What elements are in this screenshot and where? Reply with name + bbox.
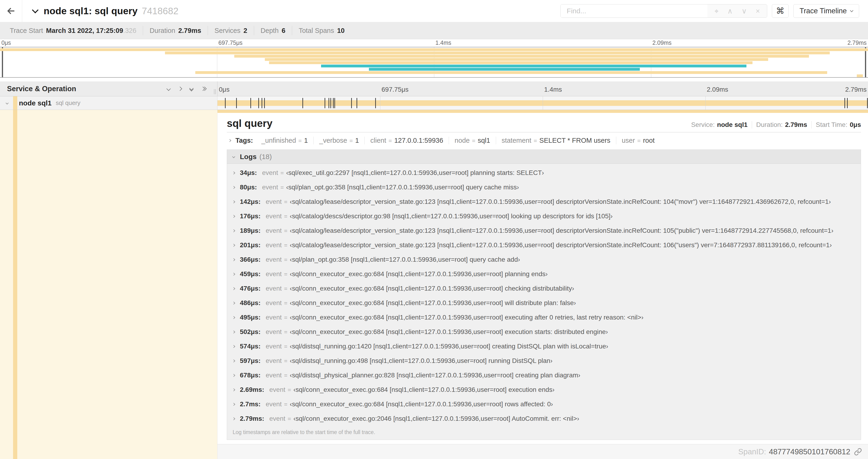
log-chevron-icon[interactable] <box>232 200 235 203</box>
expand-all-icon[interactable] <box>202 87 206 90</box>
find-input[interactable] <box>561 4 708 18</box>
summary-item-label: Services <box>214 26 240 35</box>
log-chevron-icon[interactable] <box>232 345 235 348</box>
deep-link-icon[interactable] <box>854 448 862 456</box>
locate-icon[interactable]: ⌖ <box>714 7 718 15</box>
log-row[interactable]: 476μs:event=‹sql/conn_executor_exec.go:6… <box>227 281 861 296</box>
log-row[interactable]: 486μs:event=‹sql/conn_executor_exec.go:6… <box>227 296 861 310</box>
tags-accordion[interactable]: Tags: _unfinished=1_verbose=1client=127.… <box>227 137 861 144</box>
timeline-tick-label: 2.79ms <box>847 39 867 46</box>
log-equals: = <box>284 256 287 263</box>
timeline-tick-label: 1.4ms <box>435 39 451 46</box>
log-equals: = <box>284 198 287 205</box>
span-detail-area: sql query Service:node sql1Duration:2.79… <box>0 110 868 459</box>
trace-view-selector[interactable]: Trace Timeline <box>793 4 859 18</box>
log-chevron-icon[interactable] <box>232 229 235 232</box>
log-timestamp: 142μs: <box>240 198 260 205</box>
collapse-one-icon[interactable] <box>166 87 170 91</box>
logs-header[interactable]: Logs (18) <box>227 150 861 164</box>
expand-one-icon[interactable] <box>178 87 182 91</box>
log-row[interactable]: 597μs:event=‹sql/distsql_running.go:498 … <box>227 354 861 368</box>
log-chevron-icon[interactable] <box>232 403 235 406</box>
viewport-right-handle[interactable] <box>865 47 866 77</box>
log-field-value: ‹sql/distsql_running.go:1420 [nsql1,clie… <box>290 342 608 350</box>
log-field-key: event <box>266 227 282 234</box>
log-row[interactable]: 142μs:event=‹sql/catalog/lease/descripto… <box>227 195 861 209</box>
log-chevron-icon[interactable] <box>232 330 235 333</box>
log-equals: = <box>284 401 287 408</box>
span-row-timeline-cell[interactable] <box>217 96 868 110</box>
log-chevron-icon[interactable] <box>232 215 235 218</box>
log-chevron-icon[interactable] <box>232 258 235 261</box>
tag-value: 1 <box>355 137 359 144</box>
collapse-trace-chevron-icon[interactable] <box>32 7 38 13</box>
minimap-canvas[interactable] <box>0 47 868 78</box>
log-chevron-icon[interactable] <box>232 287 235 290</box>
log-row[interactable]: 201μs:event=‹sql/catalog/lease/descripto… <box>227 238 861 252</box>
find-controls: ⌖ ∧ ∨ × <box>708 4 767 18</box>
log-row[interactable]: 80μs:event=‹sql/plan_opt.go:358 [nsql1,c… <box>227 180 861 195</box>
log-chevron-icon[interactable] <box>232 302 235 305</box>
tag-value: 1 <box>304 137 308 144</box>
log-chevron-icon[interactable] <box>232 388 235 391</box>
span-row-name-cell[interactable]: node sql1 sql query <box>0 96 217 110</box>
log-chevron-icon[interactable] <box>232 186 235 189</box>
summary-item-label: Total Spans <box>299 26 334 35</box>
log-marker-tick <box>356 98 357 108</box>
back-button[interactable] <box>0 0 22 22</box>
log-chevron-icon[interactable] <box>232 417 235 420</box>
log-row[interactable]: 495μs:event=‹sql/conn_executor_exec.go:6… <box>227 310 861 325</box>
summary-item: Depth6 <box>254 26 292 35</box>
tag-item: node=sql1 <box>449 137 496 144</box>
tags-chevron-icon[interactable] <box>228 139 231 142</box>
collapse-all-icon[interactable] <box>190 87 193 91</box>
log-marker-tick <box>264 98 265 108</box>
log-chevron-icon[interactable] <box>232 374 235 377</box>
log-chevron-icon[interactable] <box>232 273 235 276</box>
log-row[interactable]: 2.79ms:event=‹sql/conn_executor_exec.go:… <box>227 412 861 426</box>
log-row[interactable]: 176μs:event=‹sql/catalog/descs/descripto… <box>227 209 861 223</box>
span-row[interactable]: node sql1 sql query <box>0 96 868 110</box>
log-marker-tick <box>333 98 334 108</box>
trace-view-selector-label: Trace Timeline <box>800 7 847 15</box>
log-row[interactable]: 2.7ms:event=‹sql/conn_executor_exec.go:6… <box>227 397 861 412</box>
viewport-left-handle[interactable] <box>2 47 3 77</box>
log-row[interactable]: 366μs:event=‹sql/plan_opt.go:358 [nsql1,… <box>227 252 861 267</box>
log-row[interactable]: 459μs:event=‹sql/conn_executor_exec.go:6… <box>227 267 861 281</box>
log-marker-tick <box>351 98 352 108</box>
collapse-controls <box>167 87 206 91</box>
log-field-key: event <box>266 400 282 408</box>
timeline-tick-label: 0μs <box>219 86 229 93</box>
log-marker-tick <box>847 98 848 108</box>
column-resizer-handle[interactable] <box>214 89 216 94</box>
log-row[interactable]: 189μs:event=‹sql/catalog/lease/descripto… <box>227 223 861 238</box>
log-timestamp: 2.79ms: <box>240 415 264 422</box>
log-chevron-icon[interactable] <box>232 244 235 247</box>
log-row[interactable]: 2.69ms:event=‹sql/conn_executor_exec.go:… <box>227 383 861 397</box>
log-field-value: ‹sql/distsql_physical_planner.go:828 [ns… <box>290 371 580 379</box>
log-chevron-icon[interactable] <box>232 171 235 174</box>
span-service-name: node sql1 <box>19 99 52 107</box>
log-timestamp: 597μs: <box>240 357 260 365</box>
find-next-icon[interactable]: ∨ <box>742 7 747 15</box>
log-row[interactable]: 678μs:event=‹sql/distsql_physical_planne… <box>227 368 861 383</box>
log-row[interactable]: 574μs:event=‹sql/distsql_running.go:1420… <box>227 339 861 354</box>
log-row[interactable]: 502μs:event=‹sql/conn_executor_exec.go:6… <box>227 325 861 339</box>
tag-key: _verbose <box>319 137 347 144</box>
log-chevron-icon[interactable] <box>232 316 235 319</box>
find-prev-icon[interactable]: ∧ <box>727 7 733 15</box>
span-id-label: SpanID: <box>738 447 766 456</box>
log-chevron-icon[interactable] <box>232 359 235 362</box>
clear-find-icon[interactable]: × <box>756 7 760 15</box>
log-equals: = <box>284 300 287 306</box>
logs-chevron-icon[interactable] <box>232 155 235 158</box>
minimap-span-bar <box>165 52 830 54</box>
log-row[interactable]: 34μs:event=‹sql/exec_util.go:2297 [nsql1… <box>227 166 861 180</box>
tag-key: user <box>622 137 635 144</box>
span-collapse-chevron-icon[interactable] <box>6 101 9 104</box>
span-meta-label: Start Time: <box>816 121 847 128</box>
keyboard-shortcuts-button[interactable]: ⌘ <box>772 4 789 18</box>
logs-list: 34μs:event=‹sql/exec_util.go:2297 [nsql1… <box>227 164 861 426</box>
span-detail-content: sql query Service:node sql1Duration:2.79… <box>217 113 868 444</box>
log-field-value: ‹sql/conn_executor_exec.go:684 [nsql1,cl… <box>293 386 554 393</box>
